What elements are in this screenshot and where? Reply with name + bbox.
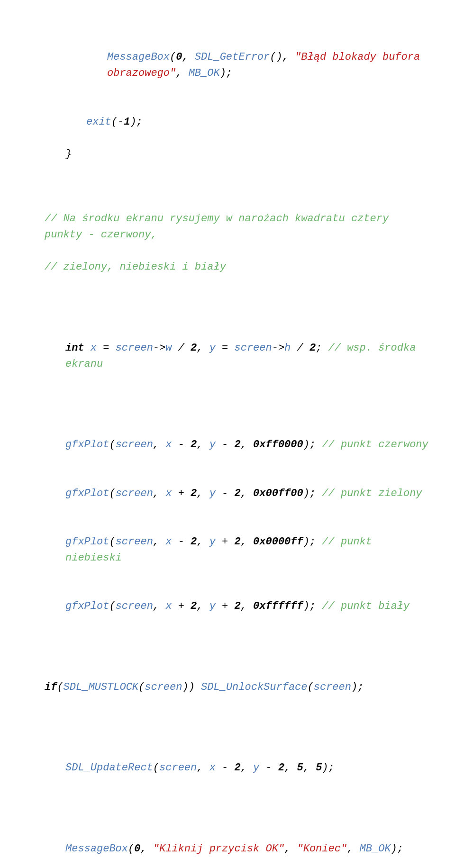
token: ); — [220, 67, 232, 79]
comment: // Na środku ekranu rysujemy w narożach … — [45, 213, 395, 241]
token: , — [176, 67, 188, 79]
comment: // zielony, niebieski i biały — [45, 261, 226, 273]
token: , — [182, 51, 194, 63]
token: 1 — [124, 116, 130, 128]
token: exit — [86, 116, 111, 128]
token: ( — [170, 51, 176, 63]
token: 0 — [176, 51, 182, 63]
token: SDL_GetError — [195, 51, 270, 63]
token: (), — [270, 51, 295, 63]
keyword-int: int — [65, 342, 84, 354]
token: ); — [130, 116, 142, 128]
token: MB_OK — [189, 67, 220, 79]
token: } — [65, 148, 72, 160]
keyword-if: if — [45, 681, 57, 693]
token: MessageBox — [107, 51, 170, 63]
token: (- — [111, 116, 124, 128]
code-block: MessageBox(0, SDL_GetError(), "Błąd blok… — [24, 17, 431, 868]
